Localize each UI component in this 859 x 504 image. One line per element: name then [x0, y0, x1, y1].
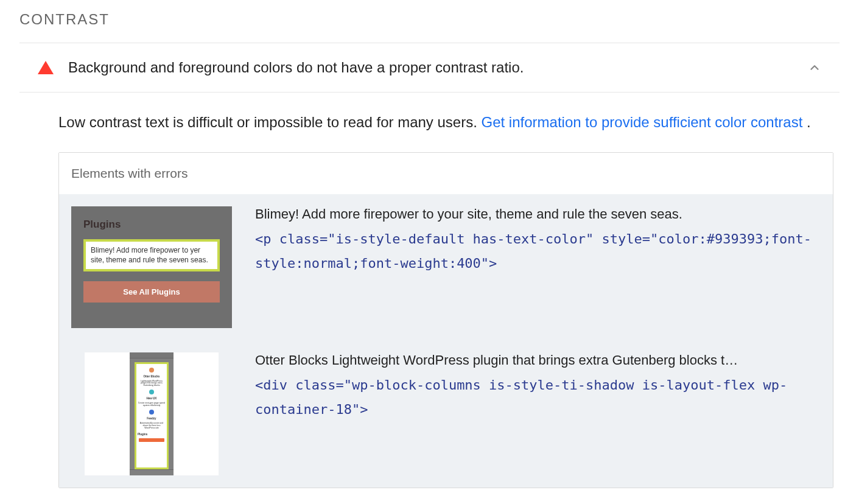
- audit-header-row[interactable]: Background and foreground colors do not …: [19, 43, 840, 92]
- error-thumbnail: Plugins Blimey! Add more firepower to ye…: [71, 206, 232, 328]
- chevron-up-icon[interactable]: [808, 61, 821, 74]
- section-title: CONTRAST: [19, 11, 840, 43]
- audit-description-text: Low contrast text is difficult or imposs…: [58, 114, 482, 130]
- error-row: Plugins Blimey! Add more firepower to ye…: [59, 194, 833, 340]
- error-desc: Blimey! Add more firepower to your site,…: [255, 206, 821, 222]
- error-code: <p class="is-style-default has-text-colo…: [255, 227, 821, 276]
- error-text: Otter Blocks Lightweight WordPress plugi…: [255, 352, 821, 422]
- audit-description-suffix: .: [807, 114, 811, 130]
- thumb-item-title: Hew UX: [147, 397, 157, 400]
- thumbnail-preview: Plugins Blimey! Add more firepower to ye…: [71, 206, 232, 328]
- thumb-item-text: Lightweight WordPress plugin that brings…: [138, 380, 166, 388]
- errors-panel: Elements with errors Plugins Blimey! Add…: [58, 152, 833, 488]
- error-code: <div class="wp-block-columns is-style-ti…: [255, 373, 821, 422]
- thumb-item-title: Feedzy: [147, 417, 156, 420]
- audit-title: Background and foreground colors do not …: [68, 59, 793, 76]
- thumb-plugins-mini: Plugins: [138, 433, 147, 436]
- thumb-item-text: Create next-gen page speed system effort…: [138, 402, 166, 407]
- errors-panel-header: Elements with errors: [59, 153, 833, 194]
- thumb-mini-button: [139, 438, 164, 442]
- thumbnail-preview: Otter Blocks Lightweight WordPress plugi…: [85, 352, 219, 475]
- error-text: Blimey! Add more firepower to your site,…: [255, 206, 821, 276]
- thumb-button: See All Plugins: [83, 281, 220, 303]
- fail-triangle-icon: [38, 61, 54, 74]
- thumb-highlight-box: Blimey! Add more firepower to yer site, …: [83, 239, 220, 272]
- contrast-info-link[interactable]: Get information to provide sufficient co…: [482, 114, 803, 130]
- error-thumbnail: Otter Blocks Lightweight WordPress plugi…: [71, 352, 232, 475]
- dot-icon: [149, 390, 154, 394]
- thumb-item-text: Automatically curate and share the best …: [138, 422, 166, 430]
- error-desc: Otter Blocks Lightweight WordPress plugi…: [255, 352, 821, 368]
- dot-icon: [149, 368, 154, 373]
- audit-description: Low contrast text is difficult or imposs…: [19, 93, 840, 152]
- errors-panel-body: Plugins Blimey! Add more firepower to ye…: [59, 194, 833, 488]
- thumb-plugins-label: Plugins: [83, 219, 220, 231]
- error-row: Otter Blocks Lightweight WordPress plugi…: [59, 340, 833, 488]
- thumb-item-title: Otter Blocks: [144, 375, 160, 378]
- dot-icon: [149, 410, 154, 415]
